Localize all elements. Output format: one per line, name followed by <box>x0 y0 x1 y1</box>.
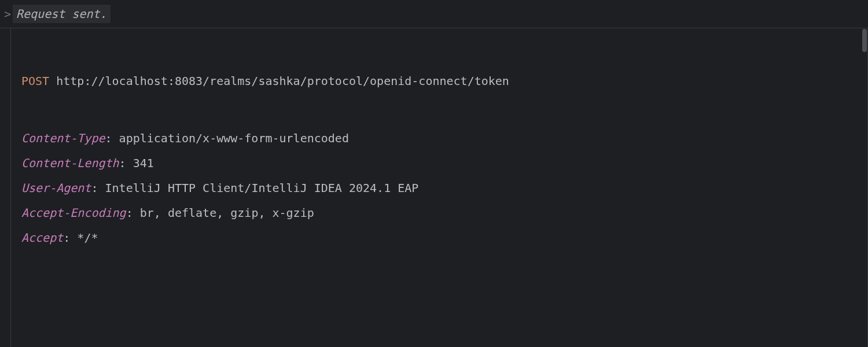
header-line: Accept-Encoding: br, deflate, gzip, x-gz… <box>21 201 857 226</box>
header-name: Content-Length <box>21 156 119 170</box>
header-line: Content-Type: application/x-www-form-url… <box>21 126 857 151</box>
http-method: POST <box>21 74 49 88</box>
collapse-chevron-icon[interactable]: > <box>2 6 13 22</box>
header-name: Accept-Encoding <box>21 206 126 220</box>
status-text: Request sent. <box>13 5 111 23</box>
blank-line <box>21 283 857 308</box>
header-value: application/x-www-form-urlencoded <box>119 131 349 145</box>
request-status-row[interactable]: > Request sent. <box>0 0 868 28</box>
request-line: POST http://localhost:8083/realms/sashka… <box>21 69 857 94</box>
body-param-line: client_id = myclient4 & <box>21 340 857 347</box>
request-content: POST http://localhost:8083/realms/sashka… <box>10 28 868 347</box>
header-value: IntelliJ HTTP Client/IntelliJ IDEA 2024.… <box>105 181 419 195</box>
header-line: Accept: */* <box>21 226 857 250</box>
header-line: User-Agent: IntelliJ HTTP Client/Intelli… <box>21 176 857 201</box>
request-url: http://localhost:8083/realms/sashka/prot… <box>56 74 509 88</box>
header-name: User-Agent <box>21 181 91 195</box>
header-line: Content-Length: 341 <box>21 151 857 176</box>
header-value: */* <box>77 231 98 245</box>
header-value: br, deflate, gzip, x-gzip <box>140 206 314 220</box>
header-name: Accept <box>21 231 63 245</box>
header-value: 341 <box>133 156 154 170</box>
vertical-scrollbar[interactable] <box>862 29 867 52</box>
header-name: Content-Type <box>21 131 105 145</box>
